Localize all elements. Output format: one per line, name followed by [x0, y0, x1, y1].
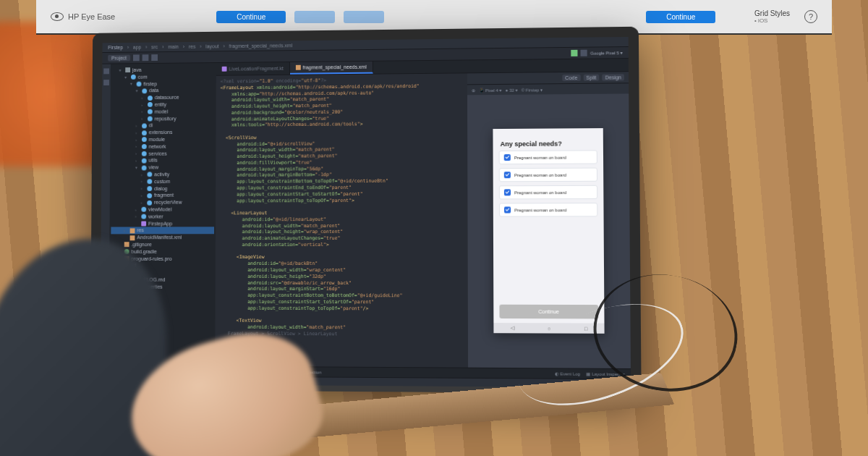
- tab-placeholder: [294, 11, 335, 23]
- checkbox-icon: [504, 189, 511, 195]
- tab-livelocation[interactable]: LiveLocationFragment.kt: [216, 62, 290, 75]
- help-icon[interactable]: ?: [804, 10, 817, 23]
- resource-manager-icon[interactable]: [103, 80, 109, 85]
- code-editor[interactable]: <?xml version="1.0" encoding="utf-8"?> <…: [215, 73, 468, 367]
- toolbar-icon[interactable]: [151, 54, 158, 61]
- design-view-button[interactable]: Design: [602, 74, 624, 80]
- device-selector[interactable]: 📱 Pixel 4 ▾: [479, 87, 502, 92]
- device-preview: Any special needs? Pregnant woman on boa…: [493, 128, 604, 334]
- continue-button[interactable]: Continue: [646, 11, 715, 23]
- zoom-icon[interactable]: ⊕: [472, 88, 475, 93]
- checkbox-icon: [504, 172, 511, 178]
- run-icon[interactable]: [571, 50, 578, 56]
- checkbox-icon: [504, 206, 511, 213]
- checkbox-option[interactable]: Pregnant woman on board: [499, 150, 597, 164]
- screen-title: Any special needs?: [493, 135, 603, 151]
- code-view-button[interactable]: Code: [562, 75, 580, 81]
- checkbox-option[interactable]: Pregnant woman on board: [499, 203, 597, 217]
- theme-selector[interactable]: © Firstep ▾: [522, 87, 543, 92]
- checkbox-option[interactable]: Pregnant woman on board: [499, 168, 597, 182]
- tab-fragment-xml[interactable]: fragment_special_needs.xml: [290, 62, 373, 75]
- hp-eye-ease-label: HP Eye Ease: [51, 12, 115, 21]
- grid-styles-label: Grid Styles • iOS: [754, 9, 790, 24]
- split-view-button[interactable]: Split: [583, 75, 599, 81]
- toolbar-icon[interactable]: [133, 54, 140, 61]
- api-selector[interactable]: ● 32 ▾: [506, 87, 518, 92]
- structure-icon[interactable]: [103, 68, 109, 74]
- checkbox-option[interactable]: Pregnant woman on board: [499, 185, 597, 200]
- continue-button[interactable]: Continue: [216, 11, 286, 23]
- debug-icon[interactable]: [581, 50, 587, 56]
- tab-placeholder: [344, 11, 384, 23]
- eye-icon: [51, 12, 64, 21]
- checkbox-icon: [504, 154, 511, 161]
- toolbar-icon[interactable]: [142, 54, 148, 61]
- project-selector[interactable]: Project: [108, 55, 130, 62]
